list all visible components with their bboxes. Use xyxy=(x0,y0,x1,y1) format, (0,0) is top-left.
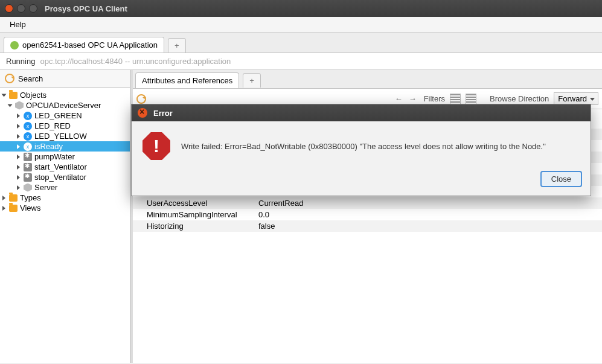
menu-bar: Help xyxy=(0,17,602,33)
tree-node-stop-ventilator[interactable]: stop_Ventilator xyxy=(0,172,130,182)
browse-direction-label: Browse Direction xyxy=(490,94,549,103)
connection-tab-label: open62541-based OPC UA Application xyxy=(22,40,158,49)
browse-direction-select[interactable]: Forward xyxy=(554,92,598,105)
window-controls xyxy=(5,4,37,13)
close-button[interactable]: Close xyxy=(540,171,582,187)
tree-node-views[interactable]: Views xyxy=(0,203,130,213)
tree-node-led-green[interactable]: xLED_GREEN xyxy=(0,110,130,121)
filter-button-1[interactable] xyxy=(450,94,461,104)
variable-icon: x xyxy=(24,112,32,120)
refresh-attributes-icon[interactable] xyxy=(136,94,146,104)
error-icon: ! xyxy=(142,132,170,160)
folder-icon xyxy=(9,92,18,99)
filters-label: Filters xyxy=(424,94,445,103)
tree-node-led-yellow[interactable]: xLED_YELLOW xyxy=(0,131,130,141)
tree-node-pumpwater[interactable]: pumpWater xyxy=(0,152,130,162)
method-icon xyxy=(24,163,32,171)
filter-button-2[interactable] xyxy=(466,94,476,104)
search-label: Search xyxy=(18,74,43,83)
dialog-message: Write failed: Error=Bad_NotWritable (0x8… xyxy=(181,142,580,151)
variable-icon: x xyxy=(24,122,32,130)
attributes-tab-bar: Attributes and References + xyxy=(133,70,602,89)
tree-node-objects[interactable]: Objects xyxy=(0,90,130,100)
folder-icon xyxy=(9,194,18,202)
connection-tab[interactable]: open62541-based OPC UA Application xyxy=(4,37,164,53)
method-icon xyxy=(24,173,32,182)
folder-icon xyxy=(9,205,18,212)
menu-help[interactable]: Help xyxy=(5,18,31,31)
dialog-title: Error xyxy=(153,109,173,118)
window-close-button[interactable] xyxy=(5,4,13,13)
attr-row[interactable]: Historizingfalse xyxy=(133,220,602,232)
connection-state: Running xyxy=(6,57,35,66)
method-icon xyxy=(24,153,32,161)
object-icon xyxy=(15,101,24,110)
dialog-close-icon[interactable] xyxy=(138,108,147,118)
tree-node-types[interactable]: Types xyxy=(0,193,130,203)
dialog-body: ! Write failed: Error=Bad_NotWritable (0… xyxy=(132,121,591,166)
dialog-titlebar[interactable]: Error xyxy=(132,104,591,121)
refresh-icon[interactable] xyxy=(5,74,14,83)
tree-node-deviceserver[interactable]: OPCUADeviceServer xyxy=(0,100,130,110)
error-dialog: Error ! Write failed: Error=Bad_NotWrita… xyxy=(131,104,591,196)
window-titlebar: Prosys OPC UA Client xyxy=(0,0,602,17)
tree-node-start-ventilator[interactable]: start_Ventilator xyxy=(0,162,130,172)
nav-forward-icon[interactable]: → xyxy=(406,93,419,104)
nav-arrows: ← → xyxy=(392,93,419,104)
connection-tab-bar: open62541-based OPC UA Application + xyxy=(0,33,602,53)
attr-row[interactable]: UserAccessLevelCurrentRead xyxy=(133,197,602,209)
object-icon xyxy=(24,184,32,192)
add-connection-tab[interactable]: + xyxy=(168,38,186,53)
address-space-tree: Objects OPCUADeviceServer xLED_GREEN xLE… xyxy=(0,88,130,363)
tree-node-led-red[interactable]: xLED_RED xyxy=(0,121,130,131)
dialog-footer: Close xyxy=(132,166,591,196)
connection-url: opc.tcp://localhost:4840 -- urn:unconfig… xyxy=(40,57,231,66)
add-attributes-tab[interactable]: + xyxy=(243,73,261,88)
window-title: Prosys OPC UA Client xyxy=(45,4,127,13)
window-min-button[interactable] xyxy=(17,4,25,13)
connection-status-icon xyxy=(10,41,19,49)
tree-node-server[interactable]: Server xyxy=(0,182,130,193)
variable-icon: x xyxy=(24,142,32,151)
tab-attributes-references[interactable]: Attributes and References xyxy=(135,72,239,88)
connection-status-bar: Running opc.tcp://localhost:4840 -- urn:… xyxy=(0,53,602,70)
address-space-pane: Search Objects OPCUADeviceServer xLED_GR… xyxy=(0,70,130,363)
variable-icon: x xyxy=(24,132,32,141)
attr-row[interactable]: MinimumSamplingInterval0.0 xyxy=(133,209,602,220)
tree-node-isready[interactable]: xisReady xyxy=(0,141,130,152)
window-max-button[interactable] xyxy=(29,4,37,13)
search-header: Search xyxy=(0,70,130,88)
nav-back-icon[interactable]: ← xyxy=(392,93,405,104)
